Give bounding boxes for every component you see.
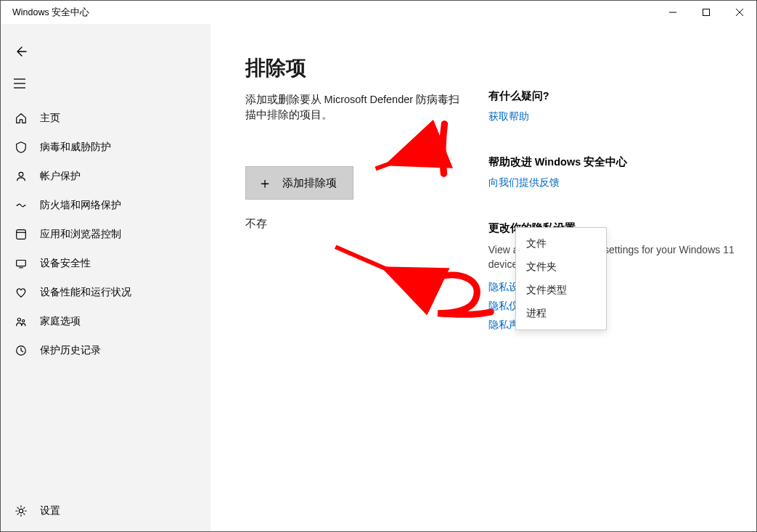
app-browser-icon xyxy=(14,228,28,241)
svg-point-17 xyxy=(19,509,22,512)
minimize-button[interactable] xyxy=(656,1,690,24)
sidebar-item-family[interactable]: 家庭选项 xyxy=(1,307,210,336)
title-bar: Windows 安全中心 xyxy=(1,1,756,24)
flyout-item-filetype[interactable]: 文件类型 xyxy=(516,279,606,302)
no-exclusions-text: 不存 xyxy=(245,217,465,231)
main-content: 排除项 添加或删除要从 Microsoft Defender 防病毒扫描中排除的… xyxy=(210,24,756,531)
svg-rect-10 xyxy=(17,230,26,240)
page-title: 排除项 xyxy=(245,54,465,82)
flyout-item-folder[interactable]: 文件夹 xyxy=(516,255,606,279)
device-security-icon xyxy=(14,257,28,270)
sidebar-item-home[interactable]: 主页 xyxy=(1,104,210,133)
add-exclusion-button[interactable]: ＋ 添加排除项 xyxy=(245,166,353,200)
window-root: Windows 安全中心 主页 xyxy=(0,0,757,532)
sidebar-item-label: 保护历史记录 xyxy=(40,344,101,357)
get-help-link[interactable]: 获取帮助 xyxy=(488,110,739,123)
svg-point-14 xyxy=(17,318,20,321)
window-controls xyxy=(656,1,756,24)
sidebar-item-label: 主页 xyxy=(40,112,60,125)
sidebar-item-virus[interactable]: 病毒和威胁防护 xyxy=(1,133,210,162)
maximize-button[interactable] xyxy=(690,1,723,24)
window-body: 主页 病毒和威胁防护 帐户保护 防火墙和网络保护 应用和浏览器控制 xyxy=(1,24,756,531)
heart-icon xyxy=(14,286,28,299)
sidebar-item-history[interactable]: 保护历史记录 xyxy=(1,336,210,365)
back-arrow-icon xyxy=(14,45,27,58)
flyout-item-process[interactable]: 进程 xyxy=(516,302,606,325)
sidebar-item-device-security[interactable]: 设备安全性 xyxy=(1,249,210,278)
shield-icon xyxy=(14,141,28,154)
improve-heading: 帮助改进 Windows 安全中心 xyxy=(488,155,739,169)
exclusion-type-flyout: 文件 文件夹 文件类型 进程 xyxy=(515,227,607,330)
firewall-icon xyxy=(14,199,28,212)
close-button[interactable] xyxy=(723,1,756,24)
back-button[interactable] xyxy=(1,36,210,67)
sidebar: 主页 病毒和威胁防护 帐户保护 防火墙和网络保护 应用和浏览器控制 xyxy=(1,24,210,531)
flyout-item-label: 文件 xyxy=(526,237,547,249)
flyout-item-label: 文件类型 xyxy=(526,284,567,295)
maximize-icon xyxy=(703,9,710,16)
help-block: 有什么疑问? 获取帮助 xyxy=(488,89,739,123)
content-column: 排除项 添加或删除要从 Microsoft Defender 防病毒扫描中排除的… xyxy=(245,54,465,514)
history-icon xyxy=(14,344,28,357)
sidebar-item-device-health[interactable]: 设备性能和运行状况 xyxy=(1,278,210,307)
home-icon xyxy=(14,112,28,125)
svg-point-7 xyxy=(19,172,23,176)
sidebar-item-label: 设备安全性 xyxy=(40,257,91,270)
feedback-link[interactable]: 向我们提供反馈 xyxy=(488,176,739,189)
sidebar-item-label: 防火墙和网络保护 xyxy=(40,199,121,212)
improve-block: 帮助改进 Windows 安全中心 向我们提供反馈 xyxy=(488,155,739,189)
nav-menu-button[interactable] xyxy=(1,67,210,99)
svg-rect-1 xyxy=(703,9,710,16)
sidebar-item-label: 设备性能和运行状况 xyxy=(40,286,131,299)
account-icon xyxy=(14,170,28,183)
sidebar-item-label: 病毒和威胁防护 xyxy=(40,141,111,154)
hamburger-icon xyxy=(14,78,25,89)
family-icon xyxy=(14,315,28,328)
sidebar-item-label: 家庭选项 xyxy=(40,315,81,328)
add-exclusion-label: 添加排除项 xyxy=(282,176,337,190)
close-icon xyxy=(736,9,743,16)
sidebar-item-label: 设置 xyxy=(40,504,60,517)
sidebar-item-firewall[interactable]: 防火墙和网络保护 xyxy=(1,191,210,220)
window-title: Windows 安全中心 xyxy=(12,7,89,19)
sidebar-list: 主页 病毒和威胁防护 帐户保护 防火墙和网络保护 应用和浏览器控制 xyxy=(1,104,210,496)
sidebar-item-account[interactable]: 帐户保护 xyxy=(1,162,210,191)
sidebar-item-label: 帐户保护 xyxy=(40,170,81,183)
flyout-item-label: 进程 xyxy=(526,307,547,319)
page-description: 添加或删除要从 Microsoft Defender 防病毒扫描中排除的项目。 xyxy=(245,92,465,123)
minimize-icon xyxy=(669,9,676,16)
sidebar-item-app-browser[interactable]: 应用和浏览器控制 xyxy=(1,220,210,249)
svg-rect-12 xyxy=(17,261,26,266)
help-heading: 有什么疑问? xyxy=(488,89,739,103)
plus-icon: ＋ xyxy=(258,176,272,190)
svg-point-15 xyxy=(22,319,25,322)
flyout-item-file[interactable]: 文件 xyxy=(516,232,606,255)
gear-icon xyxy=(14,504,28,517)
flyout-item-label: 文件夹 xyxy=(526,261,557,272)
sidebar-footer: 设置 xyxy=(1,496,210,531)
sidebar-item-settings[interactable]: 设置 xyxy=(1,496,210,525)
sidebar-item-label: 应用和浏览器控制 xyxy=(40,228,121,241)
